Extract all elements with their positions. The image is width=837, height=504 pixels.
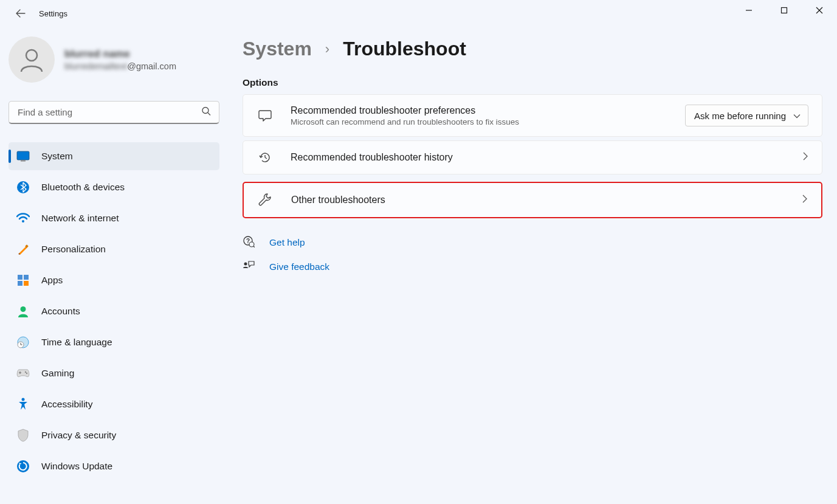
nav-label: System	[41, 151, 73, 162]
maximize-icon	[780, 7, 788, 14]
nav-system[interactable]: System	[9, 142, 219, 170]
nav-network[interactable]: Network & internet	[9, 204, 219, 232]
preferences-dropdown[interactable]: Ask me before running	[685, 105, 808, 126]
section-label: Options	[243, 77, 822, 88]
accessibility-icon	[16, 397, 30, 412]
user-icon	[18, 46, 45, 73]
nav-label: Network & internet	[41, 213, 119, 224]
card-history[interactable]: Recommended troubleshooter history	[243, 140, 822, 174]
search-input[interactable]	[9, 101, 219, 124]
svg-rect-1	[782, 8, 787, 13]
arrow-left-icon	[16, 9, 26, 18]
chevron-right-icon: ›	[325, 41, 329, 57]
svg-point-17	[21, 306, 26, 312]
svg-point-4	[26, 50, 37, 61]
card-body: Recommended troubleshooter preferences M…	[291, 105, 668, 126]
network-icon	[16, 211, 30, 226]
wrench-icon	[257, 193, 274, 207]
card-subtitle: Microsoft can recommend and run troubles…	[291, 117, 668, 126]
chevron-right-icon	[802, 195, 808, 205]
avatar	[9, 36, 55, 83]
svg-rect-14	[24, 275, 29, 280]
gaming-icon	[16, 366, 30, 381]
profile-email: blurredemailtext@gmail.com	[64, 61, 176, 71]
nav-label: Personalization	[41, 244, 106, 255]
nav-apps[interactable]: Apps	[9, 266, 219, 294]
feedback-icon	[243, 260, 256, 274]
svg-line-6	[208, 113, 210, 116]
nav-label: Privacy & security	[41, 430, 116, 441]
svg-line-33	[253, 246, 255, 247]
bluetooth-icon	[16, 180, 30, 195]
nav-gaming[interactable]: Gaming	[9, 359, 219, 387]
time-icon	[16, 335, 30, 350]
svg-point-11	[22, 220, 24, 223]
history-icon	[257, 151, 274, 164]
profile-name: blurred name	[64, 48, 176, 60]
card-title: Recommended troubleshooter history	[291, 152, 786, 163]
titlebar: Settings	[0, 0, 837, 27]
nav-label: Gaming	[41, 368, 74, 379]
give-feedback-link[interactable]: Give feedback	[243, 260, 822, 274]
svg-rect-13	[18, 275, 22, 280]
svg-point-22	[25, 371, 26, 373]
get-help-link[interactable]: ? Get help	[243, 235, 822, 250]
personalization-icon	[16, 242, 30, 257]
svg-point-32	[249, 242, 254, 247]
breadcrumb-current: Troubleshoot	[343, 38, 466, 60]
nav-label: Accounts	[41, 306, 80, 317]
card-title: Recommended troubleshooter preferences	[291, 105, 668, 116]
close-button[interactable]	[802, 0, 837, 21]
nav-label: Time & language	[41, 337, 112, 348]
help-icon: ?	[243, 235, 256, 250]
nav-time-language[interactable]: Time & language	[9, 328, 219, 356]
accounts-icon	[16, 304, 30, 319]
search-icon[interactable]	[202, 107, 211, 119]
dropdown-value: Ask me before running	[694, 111, 786, 121]
nav-accessibility[interactable]: Accessibility	[9, 390, 219, 418]
update-icon	[16, 459, 30, 474]
maximize-button[interactable]	[766, 0, 802, 21]
window-title: Settings	[39, 9, 67, 18]
get-help-text: Get help	[269, 237, 305, 248]
sidebar: blurred name blurredemailtext@gmail.com …	[0, 27, 228, 504]
shield-icon	[16, 428, 30, 443]
nav-label: Accessibility	[41, 399, 92, 410]
back-button[interactable]	[11, 4, 30, 23]
card-title: Other troubleshooters	[291, 195, 785, 205]
window-controls	[731, 0, 837, 21]
nav-accounts[interactable]: Accounts	[9, 297, 219, 325]
svg-rect-7	[17, 151, 29, 160]
nav-label: Bluetooth & devices	[41, 182, 125, 193]
card-body: Recommended troubleshooter history	[291, 152, 786, 163]
search-box	[9, 101, 219, 124]
chevron-right-icon	[803, 152, 808, 163]
svg-rect-16	[24, 281, 29, 286]
close-icon	[816, 7, 823, 14]
svg-point-5	[202, 108, 208, 114]
nav-privacy[interactable]: Privacy & security	[9, 421, 219, 449]
nav-windows-update[interactable]: Windows Update	[9, 452, 219, 480]
card-other-troubleshooters[interactable]: Other troubleshooters	[243, 182, 822, 218]
minimize-button[interactable]	[731, 0, 766, 21]
card-recommended-prefs[interactable]: Recommended troubleshooter preferences M…	[243, 94, 822, 137]
chevron-down-icon	[793, 111, 801, 121]
nav-label: Windows Update	[41, 461, 112, 472]
svg-point-23	[26, 373, 27, 374]
minimize-icon	[745, 7, 753, 14]
nav-personalization[interactable]: Personalization	[9, 235, 219, 263]
card-body: Other troubleshooters	[291, 195, 785, 205]
svg-rect-9	[21, 161, 26, 162]
breadcrumb-parent[interactable]: System	[243, 38, 312, 60]
nav-bluetooth[interactable]: Bluetooth & devices	[9, 173, 219, 201]
breadcrumb: System › Troubleshoot	[243, 38, 822, 60]
profile-block[interactable]: blurred name blurredemailtext@gmail.com	[9, 27, 219, 90]
svg-point-34	[244, 263, 247, 266]
svg-line-29	[265, 157, 267, 159]
svg-point-26	[22, 398, 25, 401]
nav-list: System Bluetooth & devices Network & int…	[9, 142, 219, 480]
give-feedback-text: Give feedback	[269, 261, 329, 272]
apps-icon	[16, 273, 30, 288]
svg-rect-15	[18, 281, 22, 286]
nav-label: Apps	[41, 275, 63, 286]
